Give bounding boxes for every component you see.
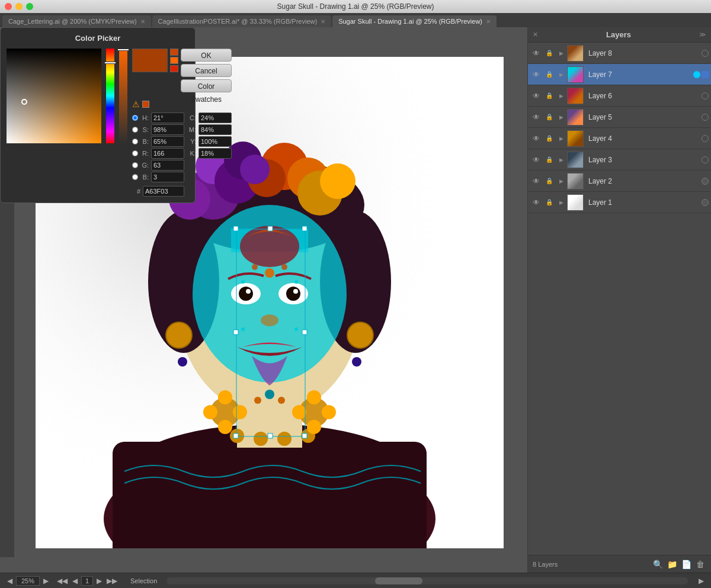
brightness-input[interactable]: 65% (151, 136, 184, 147)
layer-1-expand-toggle[interactable]: ▶ (556, 200, 566, 205)
minimize-button[interactable] (15, 3, 23, 10)
layer-row-5[interactable]: 👁 🔒 ▶ Layer 5 (528, 107, 711, 128)
cyan-input[interactable]: 24% (198, 113, 232, 123)
maximize-button[interactable] (26, 3, 33, 10)
layer-row-2[interactable]: 👁 🔒 ▶ Layer 2 (528, 171, 711, 192)
layer-2-visibility-toggle[interactable]: 👁 (530, 177, 542, 185)
blue-input[interactable]: 3 (151, 172, 184, 182)
tab-cage-illustration[interactable]: CageIllustrationPOSTER.ai* @ 33.33% (RGB… (152, 15, 332, 27)
swatch-2[interactable] (170, 57, 178, 64)
magenta-input[interactable]: 84% (198, 124, 232, 135)
green-radio[interactable] (132, 162, 138, 168)
green-input[interactable]: 63 (151, 160, 184, 171)
layer-1-visibility-toggle[interactable]: 👁 (530, 198, 542, 207)
page-number[interactable]: 1 (81, 576, 93, 586)
layer-2-lock-toggle[interactable]: 🔒 (543, 178, 555, 184)
layers-close-button[interactable]: ✕ (533, 31, 538, 38)
gamut-swatch (142, 101, 149, 108)
status-scrollbar[interactable] (166, 577, 688, 584)
hue-strip[interactable] (106, 49, 114, 143)
search-layers-button[interactable]: 🔍 (652, 558, 664, 570)
layer-8-target-circle[interactable] (702, 50, 709, 57)
tab-cage-lettering[interactable]: Cage_Lettering.ai @ 200% (CMYK/Preview) … (2, 15, 151, 27)
zoom-in-button[interactable]: ▶ (42, 577, 50, 585)
layer-6-expand-toggle[interactable]: ▶ (556, 93, 566, 99)
brightness-radio[interactable] (132, 139, 138, 144)
hue-radio[interactable] (132, 115, 138, 121)
yellow-input[interactable]: 100% (198, 136, 232, 147)
color-gradient-picker[interactable] (7, 49, 101, 143)
layer-5-expand-toggle[interactable]: ▶ (556, 114, 566, 120)
navigate-right-button[interactable]: ▶ (697, 577, 705, 585)
layer-4-target-circle[interactable] (702, 135, 709, 142)
swatches-button[interactable]: Color Swatches (181, 79, 232, 92)
swatch-1[interactable] (170, 49, 178, 56)
prev-page-button[interactable]: ◀◀ (56, 577, 69, 585)
zoom-level[interactable]: 25% (16, 576, 40, 586)
red-radio[interactable] (132, 150, 138, 156)
add-layer-group-button[interactable]: 📁 (666, 558, 678, 570)
tab-close-icon[interactable]: ✕ (140, 18, 145, 25)
swatch-3[interactable] (170, 65, 178, 72)
scroll-thumb[interactable] (375, 577, 422, 584)
layer-6-visibility-toggle[interactable]: 👁 (530, 92, 542, 100)
layer-7-expand-toggle[interactable]: ▶ (556, 72, 566, 78)
layer-6-target-circle[interactable] (702, 92, 709, 99)
layer-4-lock-toggle[interactable]: 🔒 (543, 135, 555, 142)
layer-2-target-circle[interactable] (702, 178, 709, 185)
tab-label: Sugar Skull - Drawing 1.ai @ 25% (RGB/Pr… (338, 18, 482, 25)
layer-3-lock-toggle[interactable]: 🔒 (543, 156, 555, 163)
layer-7-visibility-toggle[interactable]: 👁 (530, 70, 542, 79)
alpha-cursor (117, 49, 129, 51)
layer-row-6[interactable]: 👁 🔒 ▶ Layer 6 (528, 85, 711, 107)
zoom-out-button[interactable]: ◀ (6, 577, 14, 585)
prev-button[interactable]: ◀ (71, 577, 79, 585)
layer-5-thumbnail (567, 109, 584, 126)
layer-4-expand-toggle[interactable]: ▶ (556, 136, 566, 142)
layer-2-expand-toggle[interactable]: ▶ (556, 178, 566, 184)
layer-row-4[interactable]: 👁 🔒 ▶ Layer 4 (528, 128, 711, 149)
layer-8-visibility-toggle[interactable]: 👁 (530, 49, 542, 57)
layer-1-lock-toggle[interactable]: 🔒 (543, 199, 555, 205)
gradient-square[interactable] (7, 49, 101, 143)
tab-sugar-skull[interactable]: Sugar Skull - Drawing 1.ai @ 25% (RGB/Pr… (332, 15, 497, 27)
layer-1-target-circle[interactable] (702, 199, 709, 206)
make-sublayer-button[interactable]: 📄 (680, 558, 692, 570)
tab-close-icon[interactable]: ✕ (321, 18, 325, 25)
saturation-radio[interactable] (132, 127, 138, 133)
layer-row-8[interactable]: 👁 🔒 ▶ Layer 8 (528, 43, 711, 64)
key-input[interactable]: 18% (198, 148, 232, 159)
layer-row-1[interactable]: 👁 🔒 ▶ Layer 1 (528, 192, 711, 213)
layer-row-7[interactable]: 👁 🔒 ▶ Layer 7 (528, 64, 711, 85)
layer-row-3[interactable]: 👁 🔒 ▶ Layer 3 (528, 149, 711, 171)
layer-3-target-circle[interactable] (702, 156, 709, 163)
ok-button[interactable]: OK (181, 49, 232, 62)
layers-panel-title: Layers (606, 30, 631, 39)
layer-5-target-circle[interactable] (702, 114, 709, 121)
layer-8-expand-toggle[interactable]: ▶ (556, 50, 566, 56)
red-input[interactable]: 166 (151, 148, 184, 159)
close-button[interactable] (5, 3, 12, 10)
layer-8-lock-toggle[interactable]: 🔒 (543, 50, 555, 56)
layer-3-visibility-toggle[interactable]: 👁 (530, 156, 542, 164)
layer-7-lock-toggle[interactable]: 🔒 (543, 71, 555, 78)
window-controls[interactable] (5, 3, 33, 10)
layer-6-lock-toggle[interactable]: 🔒 (543, 92, 555, 99)
alpha-strip[interactable] (119, 49, 127, 143)
next-button[interactable]: ▶ (95, 577, 103, 585)
hex-label: # (132, 188, 140, 195)
canvas-area[interactable]: ↖ ↗ ✒ T ▭ ✏ 🔍 Color Picker (0, 27, 527, 573)
tab-close-icon[interactable]: ✕ (486, 18, 491, 25)
hue-input[interactable]: 21° (151, 113, 184, 123)
saturation-input[interactable]: 98% (151, 124, 184, 135)
layer-5-visibility-toggle[interactable]: 👁 (530, 113, 542, 121)
layers-collapse-button[interactable]: ≫ (699, 31, 706, 38)
layer-3-expand-toggle[interactable]: ▶ (556, 157, 566, 163)
next-page-button[interactable]: ▶▶ (105, 577, 118, 585)
delete-layer-button[interactable]: 🗑 (694, 558, 706, 570)
blue-radio[interactable] (132, 174, 138, 180)
layer-5-lock-toggle[interactable]: 🔒 (543, 114, 555, 120)
layer-4-visibility-toggle[interactable]: 👁 (530, 134, 542, 143)
cancel-button[interactable]: Cancel (181, 64, 232, 77)
hex-input[interactable]: A63F03 (143, 186, 184, 197)
